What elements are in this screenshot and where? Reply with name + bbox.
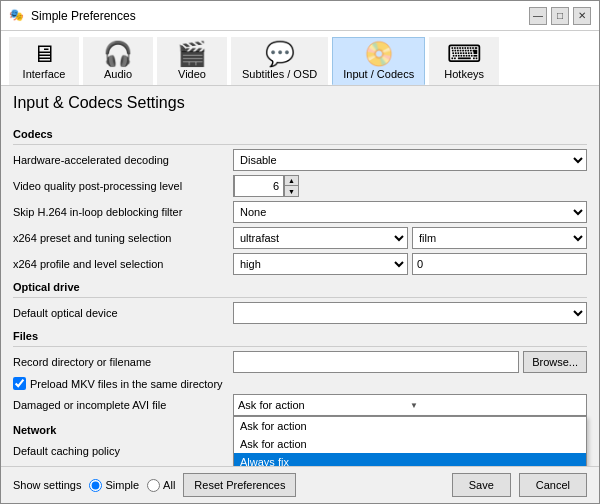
x264-preset-label: x264 preset and tuning selection — [13, 232, 233, 244]
app-icon: 🎭 — [9, 8, 25, 24]
optical-device-row: Default optical device — [13, 302, 587, 324]
spinner-down-button[interactable]: ▼ — [284, 186, 298, 196]
spinner-up-button[interactable]: ▲ — [284, 176, 298, 186]
show-settings-label: Show settings — [13, 479, 81, 491]
record-dir-input[interactable] — [233, 351, 519, 373]
subtitles-icon: 💬 — [265, 42, 295, 66]
x264-profile-select[interactable]: high — [233, 253, 408, 275]
tab-video[interactable]: 🎬 Video — [157, 37, 227, 85]
tab-interface-label: Interface — [23, 68, 66, 80]
simple-radio-label: Simple — [89, 479, 139, 492]
nav-tabs: 🖥 Interface 🎧 Audio 🎬 Video 💬 Subtitles … — [1, 31, 599, 86]
codecs-divider — [13, 144, 587, 145]
record-dir-row: Record directory or filename Browse... — [13, 351, 587, 373]
radio-group: Simple All — [89, 479, 175, 492]
video-quality-input[interactable] — [234, 175, 284, 197]
title-bar-left: 🎭 Simple Preferences — [9, 8, 136, 24]
close-button[interactable]: ✕ — [573, 7, 591, 25]
preload-mkv-label: Preload MKV files in the same directory — [30, 378, 223, 390]
hotkeys-icon: ⌨ — [447, 42, 482, 66]
tab-hotkeys-label: Hotkeys — [444, 68, 484, 80]
files-divider — [13, 346, 587, 347]
skip-h264-row: Skip H.264 in-loop deblocking filter Non… — [13, 201, 587, 223]
all-radio[interactable] — [147, 479, 160, 492]
network-section-label: Network — [13, 424, 233, 436]
hardware-decoding-label: Hardware-accelerated decoding — [13, 154, 233, 166]
record-dir-label: Record directory or filename — [13, 356, 233, 368]
files-section-label: Files — [13, 330, 587, 342]
record-dir-control: Browse... — [233, 351, 587, 373]
damaged-avi-control: Ask for action ▼ Ask for action Ask for … — [233, 394, 587, 416]
optical-device-select[interactable] — [233, 302, 587, 324]
preload-mkv-row: Preload MKV files in the same directory — [13, 377, 587, 390]
video-quality-label: Video quality post-processing level — [13, 180, 233, 192]
simple-radio[interactable] — [89, 479, 102, 492]
preload-mkv-checkbox[interactable] — [13, 377, 26, 390]
codecs-section-label: Codecs — [13, 128, 587, 140]
browse-button[interactable]: Browse... — [523, 351, 587, 373]
simple-label-text: Simple — [105, 479, 139, 491]
skip-h264-select[interactable]: None — [233, 201, 587, 223]
title-bar: 🎭 Simple Preferences — □ ✕ — [1, 1, 599, 31]
tab-input-label: Input / Codecs — [343, 68, 414, 80]
page-title: Input & Codecs Settings — [1, 86, 599, 118]
video-quality-row: Video quality post-processing level ▲ ▼ — [13, 175, 587, 197]
x264-profile-row: x264 profile and level selection high — [13, 253, 587, 275]
all-radio-label: All — [147, 479, 175, 492]
content-area: Codecs Hardware-accelerated decoding Dis… — [1, 118, 599, 466]
x264-tuning-select[interactable]: film — [412, 227, 587, 249]
tab-video-label: Video — [178, 68, 206, 80]
hardware-decoding-control: Disable — [233, 149, 587, 171]
x264-preset-row: x264 preset and tuning selection ultrafa… — [13, 227, 587, 249]
maximize-button[interactable]: □ — [551, 7, 569, 25]
tab-audio[interactable]: 🎧 Audio — [83, 37, 153, 85]
title-controls: — □ ✕ — [529, 7, 591, 25]
interface-icon: 🖥 — [32, 42, 56, 66]
x264-preset-control: ultrafast film — [233, 227, 587, 249]
tab-interface[interactable]: 🖥 Interface — [9, 37, 79, 85]
damaged-avi-label: Damaged or incomplete AVI file — [13, 399, 233, 411]
avi-option-ask2[interactable]: Ask for action — [234, 435, 586, 453]
optical-section-label: Optical drive — [13, 281, 587, 293]
avi-option-ask[interactable]: Ask for action — [234, 417, 586, 435]
avi-option-always-fix[interactable]: Always fix — [234, 453, 586, 466]
hardware-decoding-select[interactable]: Disable — [233, 149, 587, 171]
tab-subtitles-label: Subtitles / OSD — [242, 68, 317, 80]
skip-h264-control: None — [233, 201, 587, 223]
x264-level-input[interactable] — [412, 253, 587, 275]
tab-subtitles[interactable]: 💬 Subtitles / OSD — [231, 37, 328, 85]
video-quality-spinner: ▲ ▼ — [233, 175, 299, 197]
bottom-bar: Show settings Simple All Reset Preferenc… — [1, 466, 599, 503]
spinner-buttons: ▲ ▼ — [284, 176, 298, 196]
all-label-text: All — [163, 479, 175, 491]
caching-policy-label: Default caching policy — [13, 445, 233, 457]
tab-audio-label: Audio — [104, 68, 132, 80]
optical-divider — [13, 297, 587, 298]
input-codecs-icon: 📀 — [364, 42, 394, 66]
x264-profile-control: high — [233, 253, 587, 275]
x264-profile-label: x264 profile and level selection — [13, 258, 233, 270]
audio-icon: 🎧 — [103, 42, 133, 66]
damaged-avi-dropdown-container: Ask for action ▼ Ask for action Ask for … — [233, 394, 587, 416]
reset-preferences-button[interactable]: Reset Preferences — [183, 473, 296, 497]
damaged-avi-trigger-value: Ask for action — [238, 399, 410, 411]
video-quality-control: ▲ ▼ — [233, 175, 587, 197]
x264-preset-select[interactable]: ultrafast — [233, 227, 408, 249]
optical-device-label: Default optical device — [13, 307, 233, 319]
optical-device-control — [233, 302, 587, 324]
skip-h264-label: Skip H.264 in-loop deblocking filter — [13, 206, 233, 218]
video-icon: 🎬 — [177, 42, 207, 66]
damaged-avi-row: Damaged or incomplete AVI file Ask for a… — [13, 394, 587, 416]
window: 🎭 Simple Preferences — □ ✕ 🖥 Interface 🎧… — [0, 0, 600, 504]
tab-hotkeys[interactable]: ⌨ Hotkeys — [429, 37, 499, 85]
damaged-avi-dropdown: Ask for action Ask for action Always fix… — [233, 416, 587, 466]
damaged-avi-arrow: ▼ — [410, 401, 582, 410]
tab-input-codecs[interactable]: 📀 Input / Codecs — [332, 37, 425, 85]
hardware-decoding-row: Hardware-accelerated decoding Disable — [13, 149, 587, 171]
damaged-avi-trigger[interactable]: Ask for action ▼ — [233, 394, 587, 416]
save-button[interactable]: Save — [452, 473, 511, 497]
minimize-button[interactable]: — — [529, 7, 547, 25]
window-title: Simple Preferences — [31, 9, 136, 23]
cancel-button[interactable]: Cancel — [519, 473, 587, 497]
